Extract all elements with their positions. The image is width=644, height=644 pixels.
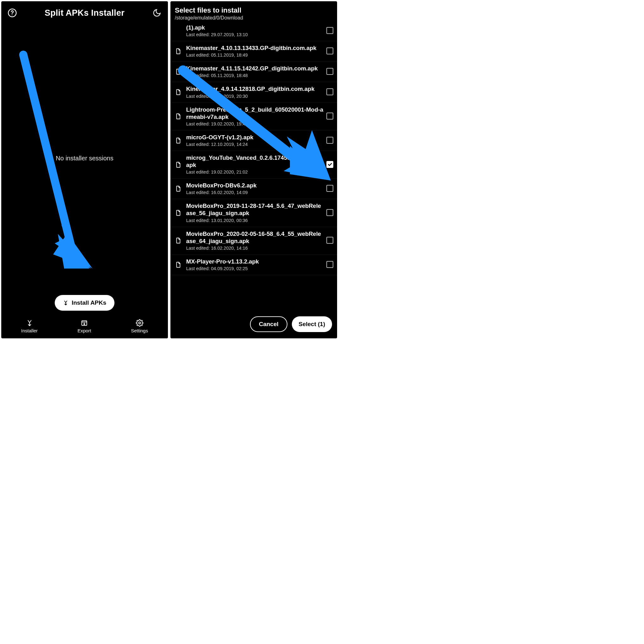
file-picker-header: Select files to install /storage/emulate…: [170, 1, 337, 23]
file-text-block: Kinemaster_4.9.14.12818.GP_digitbin.com.…: [186, 85, 323, 98]
file-row[interactable]: MovieBoxPro_2019-11-28-17-44_5.6_47_webR…: [170, 199, 337, 227]
file-name: Kinemaster_4.10.13.13433.GP-digitbin.com…: [186, 44, 323, 52]
file-name: microg_YouTube_Vanced_0.2.6.17455_280520…: [186, 154, 323, 169]
file-checkbox[interactable]: [326, 113, 333, 119]
file-text-block: Lightroom-Premium_5_2_build_605020001-Mo…: [186, 106, 323, 126]
install-button-row: Install APKs: [1, 295, 168, 316]
document-icon: [174, 137, 183, 144]
document-icon: [174, 209, 183, 216]
nav-export-label: Export: [77, 328, 91, 333]
file-name: Lightroom-Premium_5_2_build_605020001-Mo…: [186, 106, 323, 120]
file-row[interactable]: MovieBoxPro_2020-02-05-16-58_6.4_55_webR…: [170, 227, 337, 255]
file-meta: Last edited: 13.01.2020, 00:36: [186, 218, 323, 223]
file-row[interactable]: MovieBoxPro-DBv6.2.apkLast edited: 16.02…: [170, 179, 337, 199]
file-meta: Last edited: 19.02.2020, 19:44: [186, 121, 323, 126]
empty-state-text: No installer sessions: [56, 155, 113, 162]
file-meta: Last edited: 12.10.2019, 14:24: [186, 142, 323, 147]
nav-installer-label: Installer: [21, 328, 38, 333]
file-meta: Last edited: 16.02.2020, 14:09: [186, 190, 323, 195]
document-icon: [174, 261, 183, 268]
select-button[interactable]: Select (1): [292, 316, 332, 332]
document-icon: [174, 68, 183, 75]
file-name: MovieBoxPro_2020-02-05-16-58_6.4_55_webR…: [186, 230, 323, 245]
install-apks-label: Install APKs: [72, 299, 106, 306]
file-row[interactable]: MX-Player-Pro-v1.13.2.apkLast edited: 04…: [170, 255, 337, 275]
svg-point-3: [139, 322, 141, 324]
file-checkbox[interactable]: [326, 261, 333, 268]
file-checkbox[interactable]: [326, 47, 333, 54]
file-text-block: microg_YouTube_Vanced_0.2.6.17455_280520…: [186, 154, 323, 175]
file-row[interactable]: microg_YouTube_Vanced_0.2.6.17455_280520…: [170, 151, 337, 179]
file-name: microG-OGYT-(v1.2).apk: [186, 134, 323, 141]
svg-point-1: [12, 14, 13, 15]
file-checkbox[interactable]: [326, 27, 333, 34]
document-icon: [174, 89, 183, 96]
file-meta: Last edited: 29.07.2019, 13:10: [186, 32, 323, 37]
nav-export[interactable]: Export: [77, 319, 91, 333]
bottom-nav: Installer Export Settings: [1, 316, 168, 338]
file-meta: Last edited: 19.02.2020, 21:02: [186, 169, 323, 175]
file-text-block: MovieBoxPro-DBv6.2.apkLast edited: 16.02…: [186, 182, 323, 195]
document-icon: [174, 237, 183, 244]
file-meta: Last edited: 05.11.2019, 18:48: [186, 73, 323, 78]
file-meta: Last edited: 04.09.2019, 02:25: [186, 266, 323, 271]
empty-state: No installer sessions: [1, 21, 168, 295]
file-list[interactable]: (1).apkLast edited: 29.07.2019, 13:10Kin…: [170, 23, 337, 313]
night-mode-icon[interactable]: [152, 8, 162, 18]
file-text-block: MovieBoxPro_2020-02-05-16-58_6.4_55_webR…: [186, 230, 323, 251]
file-name: MovieBoxPro-DBv6.2.apk: [186, 182, 323, 189]
document-icon: [174, 161, 183, 168]
file-checkbox[interactable]: [326, 237, 333, 244]
file-text-block: MX-Player-Pro-v1.13.2.apkLast edited: 04…: [186, 258, 323, 271]
file-checkbox[interactable]: [326, 209, 333, 216]
file-row[interactable]: Kinemaster_4.10.13.13433.GP-digitbin.com…: [170, 41, 337, 62]
install-apks-button[interactable]: Install APKs: [55, 295, 114, 311]
cancel-button[interactable]: Cancel: [250, 316, 287, 332]
file-picker-screen: Select files to install /storage/emulate…: [170, 1, 337, 338]
page-title: Split APKs Installer: [45, 8, 125, 18]
file-row[interactable]: Kinemaster_4.11.15.14242.GP_digitbin.com…: [170, 62, 337, 82]
file-name: MovieBoxPro_2019-11-28-17-44_5.6_47_webR…: [186, 202, 323, 217]
file-checkbox[interactable]: [326, 68, 333, 75]
file-meta: Last edited: 05.11.2019, 20:30: [186, 94, 323, 99]
file-row[interactable]: Kinemaster_4.9.14.12818.GP_digitbin.com.…: [170, 82, 337, 103]
file-checkbox[interactable]: [326, 185, 333, 192]
file-text-block: Kinemaster_4.11.15.14242.GP_digitbin.com…: [186, 65, 323, 78]
nav-installer[interactable]: Installer: [21, 319, 38, 333]
file-picker-footer: Cancel Select (1): [170, 313, 337, 338]
file-text-block: microG-OGYT-(v1.2).apkLast edited: 12.10…: [186, 134, 323, 147]
document-icon: [174, 113, 183, 120]
file-text-block: MovieBoxPro_2019-11-28-17-44_5.6_47_webR…: [186, 202, 323, 223]
file-name: Kinemaster_4.11.15.14242.GP_digitbin.com…: [186, 65, 323, 72]
file-checkbox[interactable]: [326, 161, 333, 168]
nav-settings[interactable]: Settings: [131, 319, 148, 333]
document-icon: [174, 48, 183, 55]
file-row[interactable]: (1).apkLast edited: 29.07.2019, 13:10: [170, 23, 337, 41]
file-row[interactable]: Lightroom-Premium_5_2_build_605020001-Mo…: [170, 103, 337, 130]
file-meta: Last edited: 05.11.2019, 18:49: [186, 53, 323, 58]
file-name: MX-Player-Pro-v1.13.2.apk: [186, 258, 323, 265]
file-picker-path: /storage/emulated/0/Download: [175, 15, 333, 21]
file-name: (1).apk: [186, 24, 323, 31]
file-text-block: (1).apkLast edited: 29.07.2019, 13:10: [186, 24, 323, 37]
help-icon[interactable]: [7, 8, 18, 18]
installer-screen: Split APKs Installer No installer sessio…: [1, 1, 168, 338]
file-name: Kinemaster_4.9.14.12818.GP_digitbin.com.…: [186, 85, 323, 92]
file-checkbox[interactable]: [326, 88, 333, 95]
file-row[interactable]: microG-OGYT-(v1.2).apkLast edited: 12.10…: [170, 130, 337, 151]
file-meta: Last edited: 16.02.2020, 14:16: [186, 246, 323, 251]
document-icon: [174, 185, 183, 192]
file-checkbox[interactable]: [326, 137, 333, 144]
file-picker-title: Select files to install: [175, 6, 333, 14]
app-header: Split APKs Installer: [1, 1, 168, 21]
file-text-block: Kinemaster_4.10.13.13433.GP-digitbin.com…: [186, 44, 323, 58]
nav-settings-label: Settings: [131, 328, 148, 333]
